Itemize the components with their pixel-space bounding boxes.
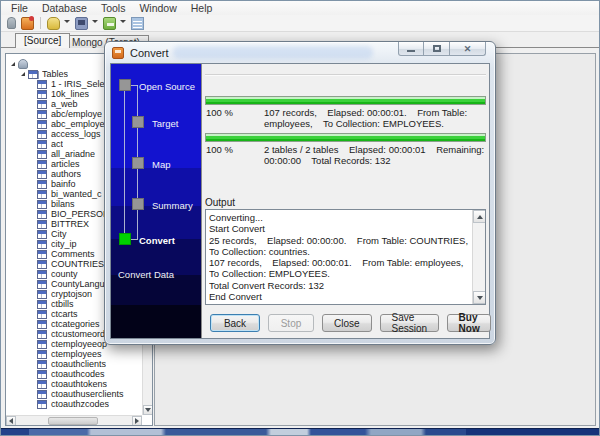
dialog-client-area: Open Source Target Map Summary Convert C… <box>110 63 490 339</box>
wizard-footer-label: Convert Data <box>118 269 174 280</box>
database-icon[interactable] <box>47 17 60 30</box>
tree-item-label: ctcustomeord <box>51 329 105 339</box>
grid-icon[interactable] <box>131 17 144 30</box>
table-icon <box>37 130 47 139</box>
tree-item-label: act <box>51 139 63 149</box>
minimize-icon <box>407 50 415 52</box>
tree-item-label: abc/employe <box>51 109 102 119</box>
table-icon <box>37 400 47 409</box>
tree-item[interactable]: ctoauthzcodes <box>6 399 142 409</box>
tree-item-label: ctcategories <box>51 319 100 329</box>
maximize-button[interactable] <box>424 42 450 56</box>
tree-item-label: county <box>51 269 78 279</box>
monitor-icon[interactable] <box>75 17 88 30</box>
output-text: Converting...Start Convert25 records, El… <box>209 212 470 302</box>
scroll-down-button[interactable] <box>143 405 153 415</box>
tree-item-label: ctoauthcodes <box>51 369 105 379</box>
expand-triangle-icon[interactable] <box>11 62 15 66</box>
tree-item-label: city_ip <box>51 239 77 249</box>
tree-item[interactable]: ctemployees <box>6 349 142 359</box>
wizard-connector-line <box>131 239 138 240</box>
menu-item-database[interactable]: Database <box>35 2 94 15</box>
tree-item-label: abc_employe <box>51 119 105 129</box>
tree-item-label: authors <box>51 169 81 179</box>
table-progress-row: 100 % 107 records, Elapsed: 00:00:01. Fr… <box>206 107 487 131</box>
tree-item-label: articles <box>51 159 80 169</box>
toolbar-separator <box>40 17 41 29</box>
export-icon[interactable] <box>103 17 116 30</box>
stop-button: Stop <box>268 314 314 332</box>
table-icon <box>37 200 47 209</box>
total-progress-bar <box>205 133 486 142</box>
table-icon <box>37 90 47 99</box>
tree-item-label: ctbills <box>51 299 74 309</box>
tree-item-label: Comments <box>51 249 95 259</box>
tree-item-label: a_web <box>51 99 78 109</box>
table-icon <box>37 320 47 329</box>
close-dialog-button[interactable]: Close <box>322 314 372 332</box>
buy-now-button[interactable]: Buy Now <box>447 314 491 332</box>
redaction-smudge <box>173 46 373 59</box>
tree-item[interactable]: ctoauthtokens <box>6 379 142 389</box>
tree-item-label: ctemployees <box>51 349 102 359</box>
step-label-convert: Convert <box>139 235 175 246</box>
tree-item-label: ctoauthuserclients <box>51 389 124 399</box>
tree-item[interactable]: ctoauthuserclients <box>6 389 142 399</box>
menu-item-tools[interactable]: Tools <box>94 2 133 15</box>
output-line: 25 records, Elapsed: 00:00:00. From Tabl… <box>209 235 470 258</box>
step-box-target <box>132 116 144 128</box>
chevron-down-icon[interactable] <box>64 20 70 23</box>
scroll-left-button[interactable] <box>6 416 16 426</box>
step-box-map <box>132 157 144 169</box>
menu-item-window[interactable]: Window <box>132 2 183 15</box>
tree-item-label: bilans <box>51 199 75 209</box>
table-icon <box>37 80 47 89</box>
total-progress-text: 2 tables / 2 tables Elapsed: 00:00:01 Re… <box>264 144 492 166</box>
tree-item-label: ctemployeeop <box>51 339 107 349</box>
output-scrollbar[interactable] <box>472 210 485 304</box>
tree-item-label: ctoauthclients <box>51 359 106 369</box>
table-icon <box>37 340 47 349</box>
dialog-title: Convert <box>130 47 169 59</box>
table-icon <box>37 370 47 379</box>
tree-item-label: BIO_PERSON <box>51 209 110 219</box>
step-label-summary: Summary <box>152 200 193 211</box>
table-progress-text: 107 records, Elapsed: 00:00:01. From Tab… <box>264 107 492 129</box>
menu-item-help[interactable]: Help <box>184 2 220 15</box>
output-box[interactable]: Converting...Start Convert25 records, El… <box>205 209 486 305</box>
tree-item[interactable]: ctoauthclients <box>6 359 142 369</box>
save-session-button[interactable]: Save Session <box>380 314 440 332</box>
chevron-down-icon[interactable] <box>92 20 98 23</box>
connect-icon[interactable] <box>7 17 16 29</box>
step-label-map: Map <box>152 159 170 170</box>
tab-source[interactable]: [Source] <box>15 33 70 48</box>
tree-item-label: 10k_lines <box>51 89 89 99</box>
chevron-down-icon[interactable] <box>120 20 126 23</box>
database-node-icon <box>18 59 28 69</box>
step-label-target: Target <box>152 118 178 129</box>
scroll-right-button[interactable] <box>132 416 142 426</box>
tree-item-label: CountyLangu <box>51 279 105 289</box>
table-icon <box>37 110 47 119</box>
tree-item[interactable]: ctoauthcodes <box>6 369 142 379</box>
scroll-thumb[interactable] <box>48 417 98 425</box>
table-icon <box>37 390 47 399</box>
step-box-summary <box>132 198 144 210</box>
menu-item-file[interactable]: File <box>4 2 35 15</box>
scroll-down-button[interactable] <box>473 291 486 304</box>
close-button[interactable]: ✕ <box>450 42 486 56</box>
tree-item-label: City <box>51 229 67 239</box>
convert-dialog-icon <box>112 47 124 59</box>
table-icon <box>37 180 47 189</box>
minimize-button[interactable] <box>398 42 424 56</box>
tree-horizontal-scrollbar[interactable] <box>6 415 142 425</box>
output-line: Start Convert <box>209 223 470 234</box>
table-icon <box>37 350 47 359</box>
expand-triangle-icon[interactable] <box>21 72 25 76</box>
table-icon <box>37 380 47 389</box>
tree-item-label: bi_wanted_c <box>51 189 102 199</box>
back-button[interactable]: Back <box>210 314 260 332</box>
disconnect-icon[interactable] <box>21 17 34 30</box>
wizard-connector-line <box>131 85 138 86</box>
scroll-up-button[interactable] <box>473 210 486 223</box>
